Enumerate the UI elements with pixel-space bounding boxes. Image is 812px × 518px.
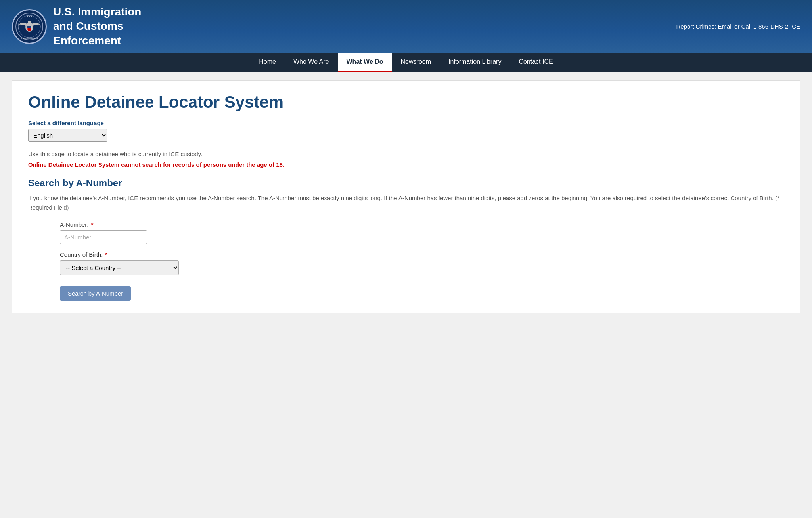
agency-seal: ★ ★ ★ HOMELAND SECURITY bbox=[12, 9, 47, 44]
nav-home[interactable]: Home bbox=[250, 53, 285, 72]
anumber-field-group: A-Number: * bbox=[60, 221, 784, 244]
nav-contact-ice[interactable]: Contact ICE bbox=[510, 53, 561, 72]
language-select[interactable]: English Español Français Português bbox=[28, 129, 107, 142]
anumber-label: A-Number: * bbox=[60, 221, 784, 228]
nav-what-we-do[interactable]: What We Do bbox=[338, 53, 392, 72]
warning-text: Online Detainee Locator System cannot se… bbox=[28, 161, 784, 168]
main-nav: Home Who We Are What We Do Newsroom Info… bbox=[0, 53, 812, 72]
svg-text:HOMELAND SECURITY: HOMELAND SECURITY bbox=[21, 38, 38, 40]
header-left: ★ ★ ★ HOMELAND SECURITY U.S. Immigration… bbox=[12, 5, 141, 48]
report-crimes-text: Report Crimes: Email or Call 1-866-DHS-2… bbox=[676, 23, 800, 30]
description-text: Use this page to locate a detainee who i… bbox=[28, 151, 784, 157]
search-anumber-button[interactable]: Search by A-Number bbox=[60, 286, 131, 301]
anumber-required-marker: * bbox=[91, 221, 94, 228]
agency-title: U.S. Immigration and Customs Enforcement bbox=[53, 5, 141, 48]
anumber-form: A-Number: * Country of Birth: * -- Selec… bbox=[60, 221, 784, 301]
nav-newsroom[interactable]: Newsroom bbox=[392, 53, 440, 72]
anumber-input[interactable] bbox=[60, 230, 147, 244]
search-anumber-title: Search by A-Number bbox=[28, 178, 784, 189]
page-separator bbox=[12, 76, 800, 76]
search-anumber-desc: If you know the detainee's A-Number, ICE… bbox=[28, 193, 784, 212]
nav-who-we-are[interactable]: Who We Are bbox=[285, 53, 338, 72]
nav-information-library[interactable]: Information Library bbox=[440, 53, 510, 72]
svg-text:★ ★ ★: ★ ★ ★ bbox=[27, 15, 33, 18]
site-header: ★ ★ ★ HOMELAND SECURITY U.S. Immigration… bbox=[0, 0, 812, 53]
country-field-group: Country of Birth: * -- Select a Country … bbox=[60, 251, 784, 275]
country-label: Country of Birth: * bbox=[60, 251, 784, 258]
language-label: Select a different language bbox=[28, 120, 784, 126]
country-select[interactable]: -- Select a Country -- Afghanistan Alban… bbox=[60, 260, 179, 275]
country-required-marker: * bbox=[105, 251, 108, 258]
page-title: Online Detainee Locator System bbox=[28, 93, 784, 112]
main-content: Online Detainee Locator System Select a … bbox=[12, 80, 800, 313]
